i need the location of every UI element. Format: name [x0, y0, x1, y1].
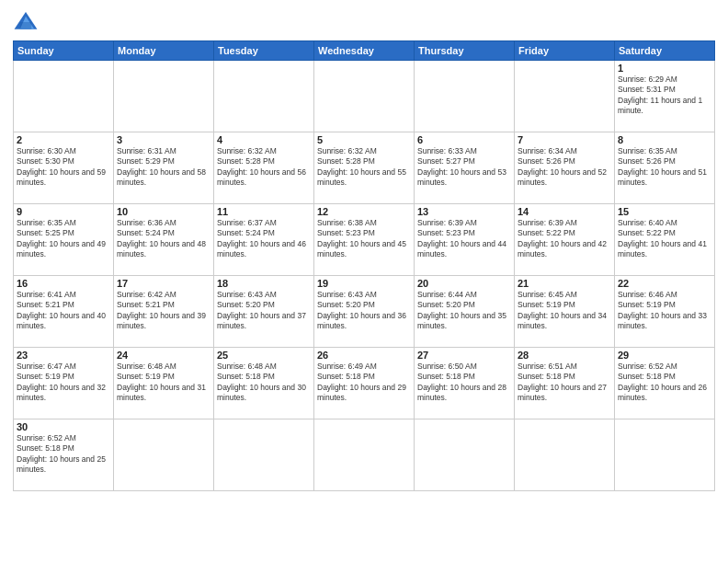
weekday-header-row: SundayMondayTuesdayWednesdayThursdayFrid…	[14, 41, 715, 61]
day-number: 2	[17, 134, 110, 145]
day-cell: 5Sunrise: 6:32 AM Sunset: 5:28 PM Daylig…	[314, 132, 415, 204]
day-number: 6	[417, 134, 511, 145]
day-info: Sunrise: 6:51 AM Sunset: 5:18 PM Dayligh…	[518, 362, 611, 404]
day-cell	[14, 61, 114, 132]
week-row-3: 16Sunrise: 6:41 AM Sunset: 5:21 PM Dayli…	[14, 276, 715, 348]
page: SundayMondayTuesdayWednesdayThursdayFrid…	[0, 0, 728, 563]
day-cell: 22Sunrise: 6:46 AM Sunset: 5:19 PM Dayli…	[615, 276, 715, 348]
day-cell	[515, 419, 615, 491]
day-cell: 30Sunrise: 6:52 AM Sunset: 5:18 PM Dayli…	[14, 419, 114, 491]
day-cell	[615, 419, 715, 491]
day-cell: 4Sunrise: 6:32 AM Sunset: 5:28 PM Daylig…	[214, 132, 314, 204]
day-info: Sunrise: 6:47 AM Sunset: 5:19 PM Dayligh…	[17, 362, 110, 404]
day-cell	[515, 61, 615, 132]
week-row-5: 30Sunrise: 6:52 AM Sunset: 5:18 PM Dayli…	[14, 419, 715, 491]
day-cell: 24Sunrise: 6:48 AM Sunset: 5:19 PM Dayli…	[114, 348, 214, 419]
day-cell: 15Sunrise: 6:40 AM Sunset: 5:22 PM Dayli…	[615, 204, 715, 276]
day-info: Sunrise: 6:48 AM Sunset: 5:19 PM Dayligh…	[117, 362, 210, 404]
day-number: 19	[317, 278, 411, 289]
day-number: 28	[518, 350, 611, 361]
day-number: 24	[117, 350, 210, 361]
weekday-saturday: Saturday	[615, 41, 715, 61]
day-info: Sunrise: 6:39 AM Sunset: 5:23 PM Dayligh…	[417, 218, 511, 260]
weekday-sunday: Sunday	[14, 41, 114, 61]
day-info: Sunrise: 6:35 AM Sunset: 5:26 PM Dayligh…	[618, 146, 711, 189]
day-info: Sunrise: 6:43 AM Sunset: 5:20 PM Dayligh…	[317, 290, 411, 332]
week-row-0: 1Sunrise: 6:29 AM Sunset: 5:31 PM Daylig…	[14, 61, 715, 132]
day-info: Sunrise: 6:36 AM Sunset: 5:24 PM Dayligh…	[117, 218, 210, 260]
day-info: Sunrise: 6:41 AM Sunset: 5:21 PM Dayligh…	[17, 290, 110, 332]
day-cell: 6Sunrise: 6:33 AM Sunset: 5:27 PM Daylig…	[415, 132, 515, 204]
day-info: Sunrise: 6:29 AM Sunset: 5:31 PM Dayligh…	[618, 75, 711, 117]
weekday-wednesday: Wednesday	[314, 41, 415, 61]
day-cell: 7Sunrise: 6:34 AM Sunset: 5:26 PM Daylig…	[515, 132, 615, 204]
day-cell: 20Sunrise: 6:44 AM Sunset: 5:20 PM Dayli…	[415, 276, 515, 348]
day-cell: 29Sunrise: 6:52 AM Sunset: 5:18 PM Dayli…	[615, 348, 715, 419]
svg-rect-2	[20, 22, 31, 29]
day-number: 14	[518, 206, 611, 217]
day-cell: 21Sunrise: 6:45 AM Sunset: 5:19 PM Dayli…	[515, 276, 615, 348]
day-number: 20	[417, 278, 511, 289]
day-number: 25	[217, 350, 311, 361]
day-cell: 12Sunrise: 6:38 AM Sunset: 5:23 PM Dayli…	[314, 204, 415, 276]
day-info: Sunrise: 6:31 AM Sunset: 5:29 PM Dayligh…	[117, 146, 210, 189]
day-info: Sunrise: 6:52 AM Sunset: 5:18 PM Dayligh…	[618, 362, 711, 404]
day-cell: 16Sunrise: 6:41 AM Sunset: 5:21 PM Dayli…	[14, 276, 114, 348]
day-number: 4	[217, 134, 311, 145]
day-info: Sunrise: 6:34 AM Sunset: 5:26 PM Dayligh…	[518, 146, 611, 189]
day-number: 30	[17, 421, 110, 432]
day-info: Sunrise: 6:30 AM Sunset: 5:30 PM Dayligh…	[17, 146, 110, 189]
week-row-4: 23Sunrise: 6:47 AM Sunset: 5:19 PM Dayli…	[14, 348, 715, 419]
day-cell: 3Sunrise: 6:31 AM Sunset: 5:29 PM Daylig…	[114, 132, 214, 204]
day-cell	[314, 61, 415, 132]
day-cell	[415, 61, 515, 132]
day-cell: 25Sunrise: 6:48 AM Sunset: 5:18 PM Dayli…	[214, 348, 314, 419]
day-info: Sunrise: 6:37 AM Sunset: 5:24 PM Dayligh…	[217, 218, 311, 260]
day-number: 5	[317, 134, 411, 145]
day-info: Sunrise: 6:33 AM Sunset: 5:27 PM Dayligh…	[417, 146, 511, 189]
day-cell	[314, 419, 415, 491]
logo-icon	[13, 9, 39, 35]
day-number: 1	[618, 63, 711, 74]
day-number: 26	[317, 350, 411, 361]
day-cell: 19Sunrise: 6:43 AM Sunset: 5:20 PM Dayli…	[314, 276, 415, 348]
day-info: Sunrise: 6:38 AM Sunset: 5:23 PM Dayligh…	[317, 218, 411, 260]
day-info: Sunrise: 6:49 AM Sunset: 5:18 PM Dayligh…	[317, 362, 411, 404]
day-number: 17	[117, 278, 210, 289]
day-cell	[415, 419, 515, 491]
day-info: Sunrise: 6:50 AM Sunset: 5:18 PM Dayligh…	[417, 362, 511, 404]
day-number: 29	[618, 350, 711, 361]
day-cell	[114, 419, 214, 491]
day-number: 21	[518, 278, 611, 289]
day-cell: 27Sunrise: 6:50 AM Sunset: 5:18 PM Dayli…	[415, 348, 515, 419]
day-info: Sunrise: 6:44 AM Sunset: 5:20 PM Dayligh…	[417, 290, 511, 332]
weekday-friday: Friday	[515, 41, 615, 61]
day-info: Sunrise: 6:43 AM Sunset: 5:20 PM Dayligh…	[217, 290, 311, 332]
weekday-tuesday: Tuesday	[214, 41, 314, 61]
day-number: 8	[618, 134, 711, 145]
weekday-thursday: Thursday	[415, 41, 515, 61]
day-cell: 10Sunrise: 6:36 AM Sunset: 5:24 PM Dayli…	[114, 204, 214, 276]
day-info: Sunrise: 6:32 AM Sunset: 5:28 PM Dayligh…	[217, 146, 311, 189]
day-cell: 2Sunrise: 6:30 AM Sunset: 5:30 PM Daylig…	[14, 132, 114, 204]
day-cell: 9Sunrise: 6:35 AM Sunset: 5:25 PM Daylig…	[14, 204, 114, 276]
day-info: Sunrise: 6:39 AM Sunset: 5:22 PM Dayligh…	[518, 218, 611, 260]
day-number: 27	[417, 350, 511, 361]
day-cell: 11Sunrise: 6:37 AM Sunset: 5:24 PM Dayli…	[214, 204, 314, 276]
day-cell: 8Sunrise: 6:35 AM Sunset: 5:26 PM Daylig…	[615, 132, 715, 204]
day-cell: 1Sunrise: 6:29 AM Sunset: 5:31 PM Daylig…	[615, 61, 715, 132]
day-info: Sunrise: 6:52 AM Sunset: 5:18 PM Dayligh…	[17, 433, 110, 476]
day-info: Sunrise: 6:45 AM Sunset: 5:19 PM Dayligh…	[518, 290, 611, 332]
day-info: Sunrise: 6:40 AM Sunset: 5:22 PM Dayligh…	[618, 218, 711, 260]
day-number: 16	[17, 278, 110, 289]
weekday-monday: Monday	[114, 41, 214, 61]
day-number: 18	[217, 278, 311, 289]
day-cell	[114, 61, 214, 132]
day-cell: 18Sunrise: 6:43 AM Sunset: 5:20 PM Dayli…	[214, 276, 314, 348]
day-number: 11	[217, 206, 311, 217]
day-number: 3	[117, 134, 210, 145]
day-info: Sunrise: 6:35 AM Sunset: 5:25 PM Dayligh…	[17, 218, 110, 260]
day-cell: 14Sunrise: 6:39 AM Sunset: 5:22 PM Dayli…	[515, 204, 615, 276]
day-number: 10	[117, 206, 210, 217]
day-info: Sunrise: 6:46 AM Sunset: 5:19 PM Dayligh…	[618, 290, 711, 332]
